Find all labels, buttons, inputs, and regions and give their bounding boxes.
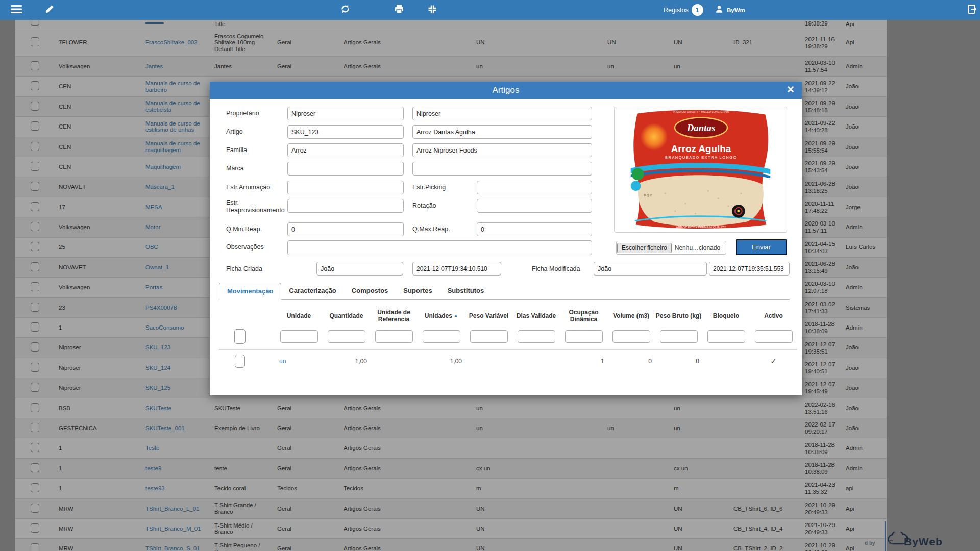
edit-button[interactable] [40, 0, 59, 20]
col-peso-bruto[interactable]: Peso Bruto (kg) [655, 312, 702, 319]
rotacao-label: Rotação [412, 202, 436, 210]
col-activo[interactable]: Activo [750, 312, 797, 319]
rice-bag-image: PREMIUM QUALITY • MILLED LONG GRAIN Dant… [615, 107, 787, 232]
filter-unidades-input[interactable] [423, 330, 460, 343]
estr-picking-input[interactable] [477, 181, 592, 194]
qmin-label: Q.Min.Reap. [226, 226, 262, 233]
pencil-icon [44, 4, 55, 16]
registos-label: Registos [664, 7, 689, 14]
filter-checkbox[interactable] [234, 329, 246, 344]
estr-reaprovisionamento-input[interactable] [287, 199, 404, 213]
user-menu[interactable]: ByWm [715, 0, 745, 20]
artigo-input[interactable] [287, 125, 404, 139]
svg-text:BRANQUEADO EXTRA LONGO: BRANQUEADO EXTRA LONGO [665, 155, 737, 160]
tab-substitutos[interactable]: Substitutos [440, 283, 492, 300]
filter-bloqueio-input[interactable] [707, 330, 745, 343]
filter-peso-variavel-input[interactable] [470, 330, 508, 343]
registos-count-badge: 1 [692, 4, 703, 16]
top-bar: Registos 1 ByWm [0, 0, 980, 20]
rotacao-input[interactable] [477, 199, 592, 213]
row-checkbox[interactable] [235, 355, 245, 368]
filter-quantidade-input[interactable] [328, 330, 365, 343]
choose-file-button[interactable]: Escolher ficheiro [617, 243, 672, 253]
file-upload: Escolher ficheiro Nenhu…cionado [616, 241, 726, 255]
tab-movimentacao[interactable]: Movimentação [219, 283, 281, 300]
observacoes-label: Observações [226, 243, 264, 251]
svg-text:Kg ℮: Kg ℮ [644, 193, 652, 197]
svg-text:Arroz Agulha: Arroz Agulha [671, 143, 731, 154]
col-peso-variavel[interactable]: Peso Variável [465, 312, 512, 319]
col-unidades[interactable]: Unidades ▲ [418, 312, 465, 319]
filter-volume-input[interactable] [612, 330, 650, 343]
familia-name-input[interactable] [412, 143, 592, 157]
proprietario-input[interactable] [287, 107, 404, 120]
tab-suportes[interactable]: Suportes [396, 283, 439, 300]
compress-button[interactable] [423, 0, 442, 20]
svg-text:ARROZ RICO • PREMIUM QUALITY: ARROZ RICO • PREMIUM QUALITY [676, 226, 726, 229]
print-button[interactable] [389, 0, 409, 20]
tab-caracterizacao[interactable]: Caracterização [281, 283, 344, 300]
product-image: PREMIUM QUALITY • MILLED LONG GRAIN Dant… [614, 107, 787, 233]
marca-label: Marca [226, 165, 244, 172]
ficha-modificada-timestamp-input[interactable] [709, 262, 790, 276]
file-status-label: Nenhu…cionado [672, 244, 720, 252]
ficha-criada-label: Ficha Criada [226, 265, 262, 273]
menu-button[interactable] [7, 0, 26, 20]
username-label: ByWm [727, 7, 745, 13]
registos-counter: Registos 1 [664, 0, 703, 20]
activo-check-icon: ✓ [750, 357, 797, 366]
col-unidade-referencia[interactable]: Unidade de Referencia [370, 309, 418, 323]
col-volume-m3[interactable]: Volume (m3) [607, 312, 655, 319]
filter-unidade-referencia-input[interactable] [375, 330, 413, 343]
movimentacao-filter-row [219, 325, 797, 347]
hamburger-icon [11, 5, 22, 16]
proprietario-name-input[interactable] [412, 107, 592, 120]
col-unidade[interactable]: Unidade [275, 312, 323, 319]
qmax-label: Q.Max.Reap. [412, 226, 450, 233]
estr-reaprovisionamento-label: Estr. Reaprovisionamento [226, 199, 283, 214]
svg-text:Dantas: Dantas [687, 122, 715, 133]
ficha-modificada-user-input[interactable] [594, 262, 707, 276]
marca-name-input[interactable] [412, 162, 592, 176]
quantidade-value: 1,00 [323, 358, 370, 365]
tab-compostos[interactable]: Compostos [344, 283, 396, 300]
modal-title: Artigos [493, 85, 520, 95]
familia-input[interactable] [287, 143, 404, 157]
col-dias-validade[interactable]: Dias Validade [512, 312, 560, 319]
refresh-button[interactable] [335, 0, 355, 20]
filter-ocupacao-input[interactable] [565, 330, 603, 343]
volume-value: 0 [607, 358, 655, 365]
estr-arrumacao-input[interactable] [287, 181, 404, 194]
estr-arrumacao-label: Estr.Arrumação [226, 184, 270, 191]
logout-icon [967, 4, 978, 17]
movimentacao-data-row[interactable]: un 1,00 1,00 1 0 0 ✓ [219, 350, 797, 372]
printer-icon [394, 4, 404, 16]
filter-dias-validade-input[interactable] [518, 330, 555, 343]
unidades-value: 1,00 [418, 358, 465, 365]
col-quantidade[interactable]: Quantidade [323, 312, 370, 319]
filter-peso-bruto-input[interactable] [660, 330, 698, 343]
send-button[interactable]: Enviar [736, 239, 787, 255]
user-icon [715, 5, 724, 16]
col-ocupacao-dinamica[interactable]: Ocupação Dinâmica [560, 309, 607, 323]
ficha-criada-user-input[interactable] [316, 262, 403, 276]
artigo-name-input[interactable] [412, 125, 592, 139]
refresh-icon [340, 4, 351, 16]
filter-unidade-input[interactable] [280, 330, 318, 343]
col-bloqueio[interactable]: Bloqueio [702, 312, 750, 319]
movimentacao-table: Unidade Quantidade Unidade de Referencia… [219, 306, 797, 372]
ficha-criada-timestamp-input[interactable] [412, 262, 501, 276]
modal-header: Artigos ✕ [210, 82, 802, 99]
qmin-input[interactable] [287, 222, 404, 236]
close-icon[interactable]: ✕ [787, 84, 795, 95]
marca-input[interactable] [287, 162, 404, 176]
filter-activo-input[interactable] [755, 330, 793, 343]
ocupacao-value: 1 [560, 358, 607, 365]
observacoes-input[interactable] [287, 240, 592, 255]
unidade-link[interactable]: un [275, 358, 323, 365]
compress-icon [427, 4, 437, 16]
qmax-input[interactable] [477, 222, 592, 236]
artigo-label: Artigo [226, 128, 243, 136]
svg-text:PREMIUM QUALITY • MILLED LONG: PREMIUM QUALITY • MILLED LONG GRAIN [673, 110, 729, 113]
logout-button[interactable] [963, 0, 980, 20]
